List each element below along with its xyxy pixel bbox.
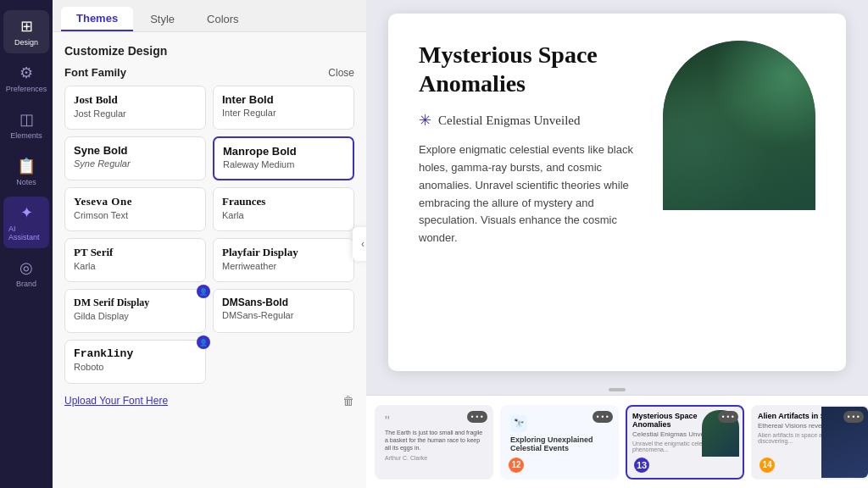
sidebar-item-elements[interactable]: ◫ Elements: [3, 103, 49, 147]
font-primary-jost: Jost Bold: [74, 93, 197, 107]
font-primary-ptserif: PT Serif: [74, 246, 197, 259]
font-card-dmsans[interactable]: DMSans-Bold DMSans-Regular: [213, 289, 354, 333]
font-primary-dmsans: DMSans-Bold: [222, 297, 345, 308]
preferences-icon: ⚙: [19, 64, 33, 82]
preview-main-title: Mysterious Space Anomalies: [419, 41, 646, 97]
tab-colors[interactable]: Colors: [192, 7, 254, 31]
ai-icon: ✦: [20, 203, 33, 222]
subtitle-text: Celestial Enigmas Unveiled: [438, 114, 580, 128]
preview-subtitle: ✳ Celestial Enigmas Unveiled: [419, 111, 646, 130]
trash-icon[interactable]: 🗑: [342, 394, 354, 408]
font-primary-playfair: Playfair Display: [222, 246, 345, 259]
slide3-num: 13: [634, 458, 649, 473]
notes-icon: 📋: [17, 157, 36, 175]
slide1-quote: The Earth is just too small and fragile …: [385, 429, 483, 452]
font-card-fraunces[interactable]: Fraunces Karla: [213, 187, 354, 231]
panel-title: Customize Design: [64, 44, 354, 58]
asterisk-icon: ✳: [419, 111, 431, 130]
font-card-frank[interactable]: Frankliny Roboto 👤: [64, 340, 206, 384]
slide2-title: Exploring Unexplained Celestial Events: [510, 435, 609, 454]
font-primary-manrope: Manrope Bold: [223, 145, 344, 158]
font-card-dmserif[interactable]: DM Serif Display Gilda Display 👤: [64, 289, 206, 333]
font-secondary-dmsans: DMSans-Regular: [222, 310, 345, 320]
preview-area: Mysterious Space Anomalies ✳ Celestial E…: [366, 0, 868, 385]
main-content: Mysterious Space Anomalies ✳ Celestial E…: [366, 0, 868, 488]
scroll-indicator: [366, 385, 868, 395]
slide3-menu[interactable]: • • •: [718, 411, 738, 423]
scroll-dot: [609, 388, 626, 391]
slide1-menu[interactable]: • • •: [467, 411, 487, 423]
slide-thumb-2[interactable]: 🔭 Exploring Unexplained Celestial Events…: [500, 405, 619, 480]
sidebar-label-brand: Brand: [16, 280, 36, 288]
slide2-num: 12: [509, 458, 524, 473]
font-card-inter[interactable]: Inter Bold Inter Regular: [213, 86, 354, 130]
close-link[interactable]: Close: [328, 67, 354, 79]
slide4-menu[interactable]: • • •: [843, 411, 864, 423]
font-grid: Jost Bold Jost Regular Inter Bold Inter …: [64, 86, 354, 384]
bottom-strip: " The Earth is just too small and fragil…: [366, 395, 868, 488]
font-card-manrope[interactable]: Manrope Bold Raleway Medium: [213, 136, 354, 180]
sidebar-item-design[interactable]: ⊞ Design: [3, 10, 49, 53]
slide-thumb-4[interactable]: Alien Artifacts in Space Ethereal Vision…: [751, 405, 868, 480]
font-primary-dmserif: DM Serif Display: [74, 297, 197, 309]
sidebar-label-notes: Notes: [16, 178, 36, 186]
preview-image: [663, 41, 815, 210]
sidebar-item-ai-assistant[interactable]: ✦ AI Assistant: [3, 197, 49, 248]
font-secondary-fraunces: Karla: [222, 210, 345, 220]
sidebar-label-ai: AI Assistant: [8, 225, 44, 241]
slide4-num: 14: [760, 458, 775, 473]
user-badge-dmserif: 👤: [197, 285, 210, 298]
panel-toggle-btn[interactable]: ‹: [353, 227, 366, 261]
elements-icon: ◫: [19, 110, 34, 129]
customize-panel: Themes Style Colors Customize Design Fon…: [53, 0, 366, 488]
sidebar-item-brand[interactable]: ◎ Brand: [3, 252, 49, 295]
font-secondary-manrope: Raleway Medium: [223, 159, 344, 169]
font-primary-frank: Frankliny: [74, 347, 197, 360]
font-secondary-dmserif: Gilda Display: [74, 311, 197, 321]
slide2-icon: 🔭: [510, 415, 527, 432]
upload-row: Upload Your Font Here 🗑: [64, 391, 354, 411]
preview-card: Mysterious Space Anomalies ✳ Celestial E…: [388, 14, 846, 371]
font-family-header: Font Family Close: [64, 66, 354, 79]
user-badge-frank: 👤: [197, 336, 210, 349]
font-card-yeseva[interactable]: Yeseva One Crimson Text: [64, 187, 206, 231]
slide-thumb-1[interactable]: " The Earth is just too small and fragil…: [375, 405, 493, 480]
panel-content: Customize Design Font Family Close Jost …: [53, 32, 366, 488]
design-icon: ⊞: [20, 17, 33, 36]
font-secondary-syne: Syne Regular: [74, 158, 197, 169]
sidebar-item-notes[interactable]: 📋 Notes: [3, 150, 49, 193]
font-secondary-yeseva: Crimson Text: [74, 210, 197, 220]
slide-thumb-3[interactable]: Mysterious Space Anomalies Celestial Eni…: [626, 405, 744, 480]
slide1-author: Arthur C. Clarke: [385, 454, 483, 463]
font-primary-fraunces: Fraunces: [222, 195, 345, 208]
font-secondary-jost: Jost Regular: [74, 108, 197, 119]
sidebar-label-design: Design: [14, 38, 38, 47]
font-family-label: Font Family: [64, 66, 126, 79]
chevron-left-icon: ‹: [361, 238, 364, 250]
preview-img-col: [663, 41, 815, 210]
upload-font-link[interactable]: Upload Your Font Here: [64, 395, 168, 407]
preview-image-inner: [663, 41, 815, 210]
font-card-syne[interactable]: Syne Bold Syne Regular: [64, 136, 206, 180]
tab-style[interactable]: Style: [135, 7, 190, 31]
slide2-menu[interactable]: • • •: [593, 411, 613, 423]
font-primary-syne: Syne Bold: [74, 144, 197, 157]
font-primary-yeseva: Yeseva One: [74, 195, 197, 208]
font-secondary-playfair: Merriweather: [222, 261, 345, 271]
font-secondary-inter: Inter Regular: [222, 108, 345, 118]
font-card-playfair[interactable]: Playfair Display Merriweather: [213, 238, 354, 282]
font-card-ptserif[interactable]: PT Serif Karla: [64, 238, 206, 282]
font-secondary-ptserif: Karla: [74, 261, 197, 271]
sidebar-label-elements: Elements: [10, 131, 42, 140]
sidebar-nav: ⊞ Design ⚙ Preferences ◫ Elements 📋 Note…: [0, 0, 53, 488]
preview-body: Explore enigmatic celestial events like …: [419, 141, 646, 247]
font-secondary-frank: Roboto: [74, 362, 197, 372]
font-card-jost[interactable]: Jost Bold Jost Regular: [64, 86, 206, 130]
brand-icon: ◎: [19, 258, 33, 277]
sidebar-label-preferences: Preferences: [6, 85, 47, 93]
sidebar-item-preferences[interactable]: ⚙ Preferences: [3, 57, 49, 100]
font-primary-inter: Inter Bold: [222, 93, 345, 106]
preview-text-col: Mysterious Space Anomalies ✳ Celestial E…: [419, 41, 646, 247]
panel-tabs: Themes Style Colors: [53, 0, 366, 32]
tab-themes[interactable]: Themes: [61, 7, 133, 31]
